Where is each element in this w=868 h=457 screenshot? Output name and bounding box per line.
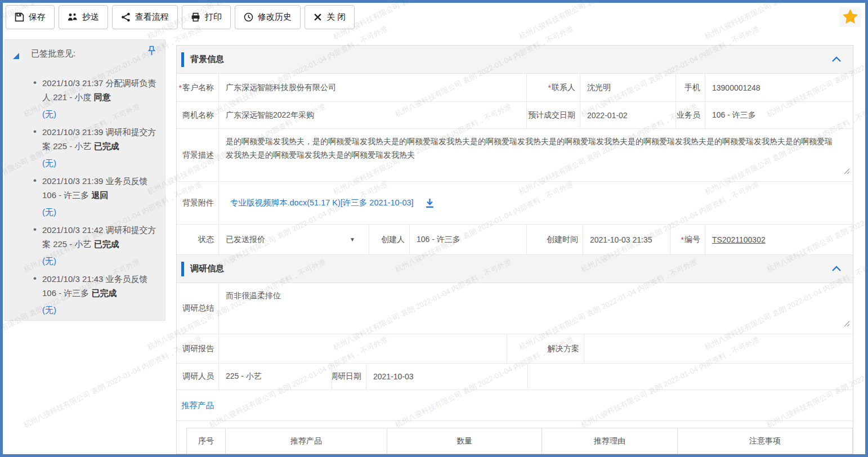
researcher-label: 调研人员 <box>177 364 219 389</box>
save-button[interactable]: 保存 <box>6 5 55 29</box>
summary-label: 调研总结 <box>177 283 219 334</box>
salesman-label: 业务员 <box>676 102 705 128</box>
required-mark: * <box>681 235 684 244</box>
description-text: 是的啊额爱瑞发我热夫，是的啊额爱瑞发我热夫是的啊额爱瑞发我热夫是的啊额爱瑞发我热… <box>226 129 846 162</box>
solution-label: 解决方案 <box>507 334 584 363</box>
cc-button-label: 抄送 <box>82 12 99 23</box>
expected-date-field[interactable]: 2022-01-02 <box>580 102 676 128</box>
attachment-cell: 专业版视频脚本.docx(51.17 K)[许三多 2021-10-03] <box>219 182 853 224</box>
form-row-attachment: 背景附件 专业版视频脚本.docx(51.17 K)[许三多 2021-10-0… <box>177 182 853 225</box>
approval-entry: •2021/10/3 21:37 分配调研负责人 221 - 小度 同意(无) <box>5 76 159 121</box>
approval-entry: •2021/10/3 21:42 调研和提交方案 225 - 小艺 已完成(无) <box>5 223 159 268</box>
printer-icon <box>191 12 200 22</box>
approval-note-link[interactable]: (无) <box>42 303 159 317</box>
approval-status: 同意 <box>94 92 111 102</box>
required-mark: * <box>548 83 551 92</box>
save-icon <box>15 12 24 22</box>
mobile-label: 手机 <box>676 74 705 101</box>
bullet-icon: • <box>33 173 37 187</box>
sidebar-header: 已签批意见: <box>5 40 165 65</box>
recommended-products-table: 序号推荐产品数量推荐理由注意事项 <box>186 428 853 454</box>
researcher-field[interactable]: 225 - 小艺 <box>219 364 332 389</box>
approval-note-link[interactable]: (无) <box>42 156 159 170</box>
created-time-field: 2021-10-03 21:35 <box>583 225 670 254</box>
status-value: 已发送报价 <box>226 235 265 245</box>
number-link[interactable]: TS2021100302 <box>712 235 766 244</box>
resize-grip-icon[interactable] <box>844 317 849 330</box>
toolbar: 保存 抄送 查看流程 打印 修改历史 关 闭 <box>3 3 865 39</box>
mobile-field[interactable]: 13900001248 <box>705 74 853 101</box>
status-select[interactable]: 已发送报价 ▼ <box>219 225 369 254</box>
divider <box>177 420 853 421</box>
form-row-researcher: 调研人员 225 - 小艺 调研日期 2021-10-03 <box>177 364 853 390</box>
download-icon[interactable] <box>425 198 435 208</box>
print-button-label: 打印 <box>205 12 222 23</box>
approval-list: •2021/10/3 21:37 分配调研负责人 221 - 小度 同意(无)•… <box>5 76 165 317</box>
section-header-research: 调研信息 <box>177 255 853 283</box>
chevron-up-icon[interactable] <box>831 266 842 272</box>
salesman-field[interactable]: 106 - 许三多 <box>705 102 853 128</box>
solution-field[interactable] <box>584 334 853 363</box>
creator-field: 106 - 许三多 <box>410 225 527 254</box>
description-textarea[interactable]: 是的啊额爱瑞发我热夫，是的啊额爱瑞发我热夫是的啊额爱瑞发我热夫是的啊额爱瑞发我热… <box>219 129 853 181</box>
form-row-description: 背景描述 是的啊额爱瑞发我热夫，是的啊额爱瑞发我热夫是的啊额爱瑞发我热夫是的啊额… <box>177 129 853 182</box>
pin-icon[interactable] <box>147 46 156 58</box>
contact-field[interactable]: 沈光明 <box>580 74 676 101</box>
section-title: 背景信息 <box>190 54 224 65</box>
recommended-products-link[interactable]: 推荐产品 <box>181 401 214 410</box>
number-field[interactable]: TS2021100302 <box>705 225 853 254</box>
approval-status: 已完成 <box>92 288 117 298</box>
form-row-report: 调研报告 解决方案 <box>177 334 853 364</box>
view-flow-button[interactable]: 查看流程 <box>112 5 178 29</box>
expected-date-label: 预计成交日期 <box>527 102 580 128</box>
approval-entry: •2021/10/3 21:43 业务员反馈 106 - 许三多 已完成(无) <box>5 272 159 317</box>
sidebar-title: 已签批意见: <box>31 48 75 59</box>
approval-entry: •2021/10/3 21:39 业务员反馈 106 - 许三多 退回(无) <box>5 174 159 219</box>
approval-note-link[interactable]: (无) <box>42 254 159 268</box>
approval-note-link[interactable]: (无) <box>42 205 159 219</box>
recommended-products-area: 推荐产品 <box>177 390 853 411</box>
report-field[interactable] <box>219 334 507 363</box>
bullet-icon: • <box>33 271 37 285</box>
approval-status: 已完成 <box>94 239 119 249</box>
attachment-link[interactable]: 专业版视频脚本.docx(51.17 K)[许三多 2021-10-03] <box>230 198 414 208</box>
history-button[interactable]: 修改历史 <box>235 5 301 29</box>
table-column-header: 注意事项 <box>678 428 853 455</box>
table-column-header: 数量 <box>387 428 542 455</box>
bullet-icon: • <box>33 75 37 89</box>
table-column-header: 推荐理由 <box>542 428 678 455</box>
close-button[interactable]: 关 闭 <box>305 5 355 29</box>
bullet-icon: • <box>33 222 37 236</box>
form-row-summary: 调研总结 而非很温柔排位 <box>177 283 853 334</box>
required-mark: * <box>179 83 182 92</box>
description-label: 背景描述 <box>177 129 219 181</box>
form-row-status: 状态 已发送报价 ▼ 创建人 106 - 许三多 创建时间 2021-10-03… <box>177 225 853 255</box>
report-label: 调研报告 <box>177 334 219 363</box>
form-row-opportunity: 商机名称 广东深远智能2022年采购 预计成交日期 2022-01-02 业务员… <box>177 102 853 129</box>
approval-note-link[interactable]: (无) <box>42 107 159 121</box>
section-header-background: 背景信息 <box>177 46 853 74</box>
research-date-field[interactable]: 2021-10-03 <box>366 364 528 389</box>
history-button-label: 修改历史 <box>258 12 292 23</box>
customer-name-field[interactable]: 广东深远智能科技股份有限公司 <box>219 74 527 101</box>
print-button[interactable]: 打印 <box>182 5 231 29</box>
share-icon <box>121 12 131 22</box>
section-accent-bar <box>181 262 184 276</box>
opportunity-label: 商机名称 <box>177 102 219 128</box>
resize-grip-icon[interactable] <box>844 164 849 178</box>
approval-entry: •2021/10/3 21:39 调研和提交方案 225 - 小艺 已完成(无) <box>5 125 159 170</box>
app-window: 保存 抄送 查看流程 打印 修改历史 关 闭 已签批意见: <box>0 0 868 457</box>
cc-button[interactable]: 抄送 <box>59 5 108 29</box>
summary-textarea[interactable]: 而非很温柔排位 <box>219 283 853 334</box>
chevron-up-icon[interactable] <box>831 56 842 62</box>
contact-label: *联系人 <box>527 74 580 101</box>
label-text: 编号 <box>684 235 700 245</box>
collapse-triangle-icon[interactable] <box>13 52 20 61</box>
approval-status: 已完成 <box>94 141 119 151</box>
opportunity-field[interactable]: 广东深远智能2022年采购 <box>219 102 527 128</box>
favorite-button[interactable] <box>839 7 861 27</box>
section-title: 调研信息 <box>190 263 224 274</box>
summary-text: 而非很温柔排位 <box>226 283 293 302</box>
form-row-customer: *客户名称 广东深远智能科技股份有限公司 *联系人 沈光明 手机 1390000… <box>177 74 853 102</box>
people-icon <box>68 12 78 22</box>
